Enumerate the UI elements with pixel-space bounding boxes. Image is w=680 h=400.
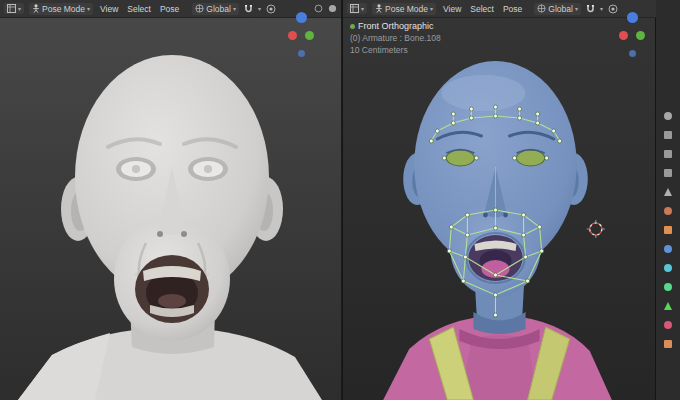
properties-tab-scene-icon[interactable] — [664, 188, 672, 196]
orientation-label: Global — [548, 4, 573, 14]
axis-y-icon[interactable] — [305, 31, 314, 40]
mode-label: Pose Mode — [385, 4, 428, 14]
blender-window: ▾ Pose Mode ▾ View Select Pose Global ▾ … — [0, 0, 680, 400]
proportional-edit-icon[interactable] — [266, 4, 276, 14]
chevron-down-icon: ▾ — [87, 6, 90, 12]
menu-view[interactable]: View — [98, 3, 120, 15]
properties-tab-world-icon[interactable] — [664, 207, 672, 215]
properties-tab-view-layer-icon[interactable] — [664, 169, 672, 177]
navigation-gizmo[interactable] — [619, 12, 646, 58]
orientation-dropdown[interactable]: Global ▾ — [534, 3, 581, 15]
mode-dropdown[interactable]: Pose Mode ▾ — [29, 3, 93, 15]
chevron-down-icon: ▾ — [361, 6, 364, 12]
menu-select[interactable]: Select — [468, 3, 496, 15]
chevron-down-icon: ▾ — [233, 6, 236, 12]
snap-options-dropdown[interactable]: ▾ — [600, 6, 603, 12]
navigation-gizmo[interactable] — [288, 12, 315, 58]
axis-x-icon[interactable] — [288, 31, 297, 40]
properties-tab-render-icon[interactable] — [664, 131, 672, 139]
menu-pose[interactable]: Pose — [501, 3, 524, 15]
chevron-down-icon: ▾ — [18, 6, 21, 12]
viewport-editor-icon — [350, 4, 359, 13]
properties-tab-texture-icon[interactable] — [664, 340, 672, 348]
menu-view[interactable]: View — [441, 3, 463, 15]
viewport-editor-icon — [7, 4, 16, 13]
properties-tab-physics-icon[interactable] — [664, 283, 672, 291]
editor-type-button[interactable]: ▾ — [4, 3, 24, 14]
orientation-label: Global — [206, 4, 231, 14]
axis-y-icon[interactable] — [636, 31, 645, 40]
snap-options-dropdown[interactable]: ▾ — [258, 6, 261, 12]
axis-z-icon[interactable] — [296, 12, 307, 23]
orientation-dropdown[interactable]: Global ▾ — [192, 3, 239, 15]
menu-select[interactable]: Select — [125, 3, 153, 15]
active-object-label: (0) Armature : Bone.108 — [350, 33, 441, 44]
proportional-edit-icon[interactable] — [608, 4, 618, 14]
view-name-label: Front Orthographic — [358, 21, 434, 32]
axis-minus-icon[interactable] — [298, 50, 305, 57]
axis-minus-icon[interactable] — [629, 50, 636, 57]
viewport-right-header: ▾ Pose Mode ▾ View Select Pose Global ▾ … — [343, 0, 656, 18]
snap-magnet-icon[interactable] — [586, 4, 595, 14]
properties-tab-particles-icon[interactable] — [664, 264, 672, 272]
scale-label: 10 Centimeters — [350, 45, 441, 56]
properties-tab-modifiers-icon[interactable] — [664, 245, 672, 253]
viewport-right[interactable]: ▾ Pose Mode ▾ View Select Pose Global ▾ … — [342, 0, 656, 400]
mode-label: Pose Mode — [42, 4, 85, 14]
chevron-down-icon: ▾ — [430, 6, 433, 12]
axis-z-icon[interactable] — [627, 12, 638, 23]
view-indicator-icon — [350, 24, 355, 29]
viewport-overlay-text: Front Orthographic (0) Armature : Bone.1… — [350, 21, 441, 56]
material-viewport-canvas[interactable] — [343, 17, 656, 400]
clay-viewport-canvas[interactable] — [0, 17, 341, 400]
viewport-left[interactable]: ▾ Pose Mode ▾ View Select Pose Global ▾ … — [0, 0, 341, 400]
global-orientation-icon — [537, 4, 546, 13]
properties-tab-tool-icon[interactable] — [664, 112, 672, 120]
properties-tab-object-data-icon[interactable] — [664, 302, 672, 310]
properties-tab-object-icon[interactable] — [664, 226, 672, 234]
global-orientation-icon — [195, 4, 204, 13]
chevron-down-icon: ▾ — [575, 6, 578, 12]
axis-x-icon[interactable] — [619, 31, 628, 40]
properties-tab-material-icon[interactable] — [664, 321, 672, 329]
mode-dropdown[interactable]: Pose Mode ▾ — [372, 3, 436, 15]
pose-mode-icon — [375, 4, 383, 13]
pose-mode-icon — [32, 4, 40, 13]
editor-type-button[interactable]: ▾ — [347, 3, 367, 14]
properties-tab-rail — [655, 0, 680, 400]
viewport-shading-icon[interactable] — [328, 4, 337, 13]
snap-magnet-icon[interactable] — [244, 4, 253, 14]
viewport-overlays-icon[interactable] — [314, 4, 323, 13]
properties-tab-output-icon[interactable] — [664, 150, 672, 158]
menu-pose[interactable]: Pose — [158, 3, 181, 15]
